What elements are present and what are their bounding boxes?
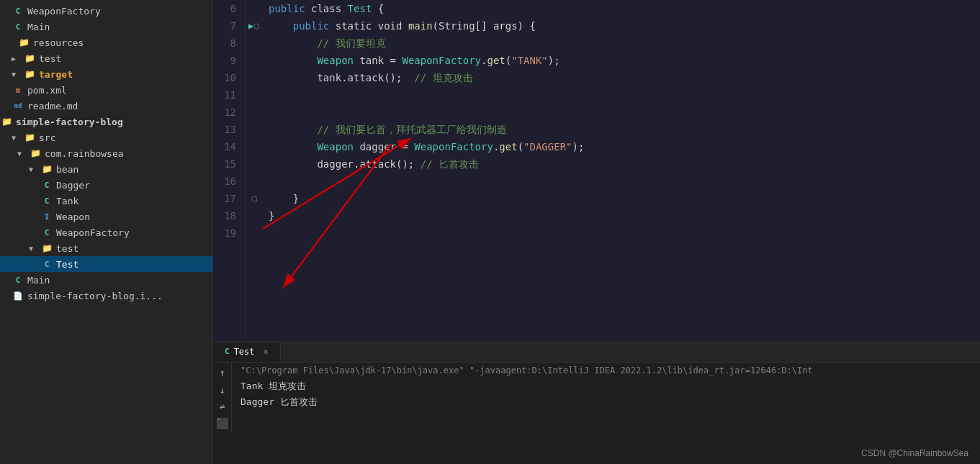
- tree-label: bean: [56, 164, 78, 175]
- keyword-public: public: [269, 0, 305, 17]
- method-get: get: [487, 52, 505, 69]
- java-class-icon: C: [12, 4, 24, 17]
- tree-item-resources[interactable]: 📁 resources: [0, 35, 212, 50]
- output-line-tank: Tank 坦克攻击: [240, 378, 971, 394]
- rerun-icon[interactable]: ⇌: [220, 401, 225, 411]
- var-dagger: dagger =: [354, 138, 414, 155]
- expand-arrow: ▼: [29, 165, 40, 173]
- expand-arrow: ▼: [12, 70, 23, 78]
- tree-item-weapon-factory-src[interactable]: C WeaponFactory: [0, 224, 212, 240]
- space: class: [305, 0, 348, 17]
- file-tree-sidebar: C WeaponFactory C Main 📁 resources ▶ 📁 t…: [0, 0, 213, 464]
- var-tank: tank =: [354, 52, 402, 69]
- paren-close: );: [548, 52, 560, 69]
- params: (String[] args) {: [433, 17, 536, 35]
- panel-tab-label: Test: [234, 347, 255, 357]
- main-area: 6 7 8 9 10 11 12 13 14 15 16 17 18 19 ▶: [213, 0, 980, 464]
- gutter-run-7[interactable]: ▶ ⬡: [246, 17, 263, 35]
- stop-icon[interactable]: ⬛: [216, 417, 228, 429]
- method-get-2: get: [499, 138, 517, 155]
- java-class-icon: C: [40, 258, 53, 270]
- gutter-10: [246, 69, 263, 86]
- closing-brace-method: }: [269, 190, 299, 207]
- folder-icon: 📁: [40, 242, 53, 255]
- editor-wrapper: 6 7 8 9 10 11 12 13 14 15 16 17 18 19 ▶: [213, 0, 980, 342]
- code-line-12: [269, 104, 980, 121]
- run-arrow-icon: ▶: [248, 21, 253, 31]
- tree-item-iml[interactable]: 📄 simple-factory-blog.i...: [0, 288, 212, 304]
- tree-item-bean[interactable]: ▼ 📁 bean: [0, 161, 212, 177]
- scroll-down-icon[interactable]: ↓: [219, 384, 225, 396]
- code-line-15: dagger.attack(); // 匕首攻击: [269, 155, 980, 173]
- file-tree: C WeaponFactory C Main 📁 resources ▶ 📁 t…: [0, 0, 212, 464]
- code-line-18: }: [269, 207, 980, 224]
- tree-label: test: [39, 53, 61, 64]
- tree-label: Main: [27, 275, 50, 286]
- bookmark-icon: ⬡: [253, 22, 260, 30]
- tree-item-src[interactable]: ▼ 📁 src: [0, 129, 212, 145]
- kw-public: public: [293, 17, 330, 35]
- java-class-icon: C: [40, 226, 53, 239]
- panel-tabs: C Test ×: [213, 342, 980, 363]
- java-interface-icon: I: [40, 210, 53, 223]
- tree-item-pom-xml[interactable]: m pom.xml: [0, 82, 212, 98]
- cmd-output-line: "C:\Program Files\Java\jdk-17\bin\java.e…: [240, 363, 971, 378]
- folder-icon: 📁: [29, 147, 42, 160]
- paren-open-2: (: [518, 138, 523, 155]
- code-line-16: [269, 173, 980, 190]
- tree-label: Main: [27, 22, 50, 32]
- tree-item-dagger[interactable]: C Dagger: [0, 177, 212, 193]
- tree-label: simple-factory-blog: [16, 117, 123, 127]
- tree-item-readme[interactable]: md readme.md: [0, 98, 212, 114]
- str-dagger: "DAGGER": [523, 138, 572, 155]
- gutter-19: [246, 224, 263, 242]
- tree-item-test-top[interactable]: ▶ 📁 test: [0, 50, 212, 66]
- scroll-up-icon[interactable]: ↑: [219, 367, 225, 378]
- code-content[interactable]: public class Test { public static void m…: [263, 0, 980, 342]
- tree-label: target: [39, 69, 73, 80]
- tree-item-test-class[interactable]: C Test: [0, 256, 212, 272]
- panel-tab-test[interactable]: C Test ×: [213, 342, 281, 362]
- code-line-6: public class Test {: [269, 0, 980, 17]
- tank-attack: tank.attack();: [269, 69, 414, 86]
- type-weapon-2: Weapon: [317, 138, 354, 155]
- gutter-14: [246, 138, 263, 155]
- space: static void: [329, 17, 408, 35]
- tree-item-tank[interactable]: C Tank: [0, 193, 212, 209]
- folder-icon: 📁: [17, 36, 30, 49]
- tree-item-main-bottom[interactable]: C Main: [0, 272, 212, 288]
- closing-brace-class: }: [269, 207, 274, 224]
- tree-item-simple-factory-blog[interactable]: 📁 simple-factory-blog: [0, 114, 212, 129]
- bookmark-icon: ⬡: [251, 195, 258, 203]
- gutter-12: [246, 104, 263, 121]
- gutter-9: [246, 52, 263, 69]
- tree-label: Tank: [56, 196, 78, 206]
- gutter-8: [246, 35, 263, 52]
- gutter-13: [246, 121, 263, 138]
- code-line-9: Weapon tank = WeaponFactory . get ( "TAN…: [269, 52, 980, 69]
- java-class-icon: C: [12, 273, 24, 286]
- code-line-8: // 我们要坦克: [269, 35, 980, 52]
- tree-item-weapon[interactable]: I Weapon: [0, 209, 212, 224]
- indent: [269, 52, 317, 69]
- tree-item-weapon-factory[interactable]: C WeaponFactory: [0, 3, 212, 19]
- tree-item-main-top[interactable]: C Main: [0, 19, 212, 35]
- paren-close-2: );: [572, 138, 585, 155]
- folder-icon: 📁: [23, 131, 36, 144]
- tree-item-test-folder[interactable]: ▼ 📁 test: [0, 240, 212, 256]
- tree-item-com-rainbowsea[interactable]: ▼ 📁 com.rainbowsea: [0, 145, 212, 161]
- tree-label: readme.md: [27, 101, 78, 112]
- code-line-17: }: [269, 190, 980, 207]
- expand-arrow: ▶: [12, 55, 23, 63]
- folder-icon: 📁: [23, 68, 36, 81]
- close-tab-icon[interactable]: ×: [264, 347, 269, 357]
- tree-item-target[interactable]: ▼ 📁 target: [0, 66, 212, 82]
- gutter-15: [246, 155, 263, 173]
- code-line-19: [269, 224, 980, 242]
- md-icon: md: [12, 99, 24, 112]
- tree-label: pom.xml: [27, 85, 67, 96]
- folder-icon: 📁: [0, 115, 13, 128]
- gutter-11: [246, 86, 263, 104]
- dot-2: .: [493, 138, 499, 155]
- folder-icon: 📁: [40, 163, 53, 176]
